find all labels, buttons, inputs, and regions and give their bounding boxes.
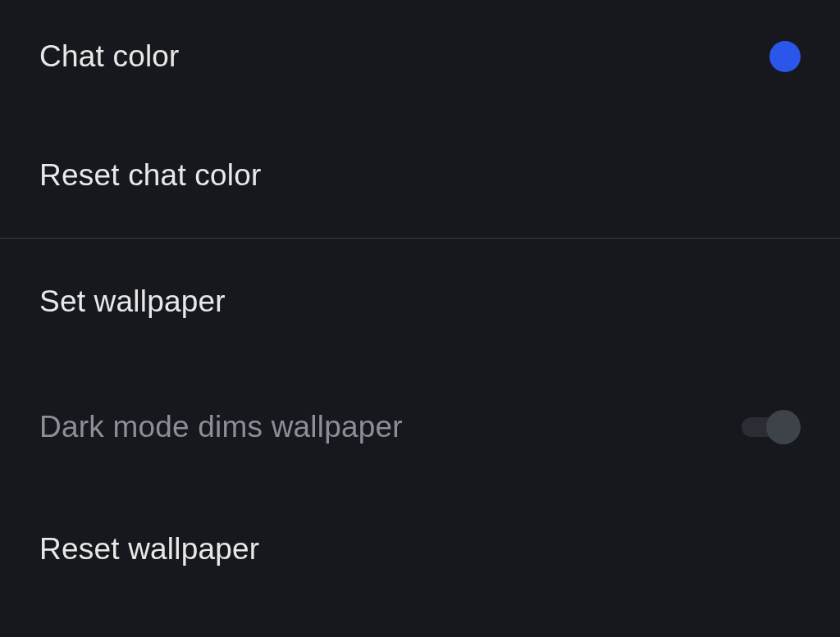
reset-chat-color-label: Reset chat color [39, 158, 262, 193]
chat-color-swatch-icon [769, 41, 801, 72]
dark-mode-dims-label: Dark mode dims wallpaper [39, 410, 403, 444]
set-wallpaper-row[interactable]: Set wallpaper [0, 239, 840, 365]
reset-wallpaper-label: Reset wallpaper [39, 532, 259, 566]
dark-mode-dims-toggle[interactable] [742, 410, 801, 444]
toggle-thumb-icon [766, 410, 801, 444]
reset-wallpaper-row[interactable]: Reset wallpaper [0, 489, 840, 637]
reset-chat-color-row[interactable]: Reset chat color [0, 113, 840, 238]
dark-mode-dims-row[interactable]: Dark mode dims wallpaper [0, 365, 840, 489]
set-wallpaper-label: Set wallpaper [39, 284, 226, 319]
settings-list: Chat color Reset chat color Set wallpape… [0, 0, 840, 637]
chat-color-label: Chat color [39, 39, 180, 74]
chat-color-row[interactable]: Chat color [0, 0, 840, 113]
